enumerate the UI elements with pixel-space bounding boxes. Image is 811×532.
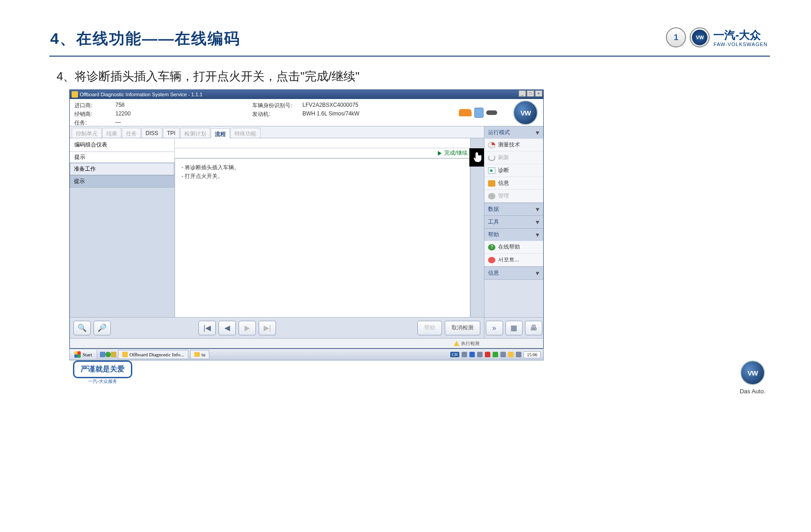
instruction-body: - 将诊断插头插入车辆。 - 打开点火开关。 — [175, 158, 470, 327]
tabs-row: 控制单元 结果 任务 DISS TPI 检测计划 流程 特殊功能 — [70, 126, 543, 138]
faw-logo-icon: 1 — [666, 27, 686, 47]
header-divider — [49, 56, 770, 57]
app-title: Offboard Diagnostic Information System S… — [80, 92, 203, 97]
vw-logo-icon — [740, 360, 765, 385]
task-value: — — [115, 119, 121, 127]
task-label: 任务: — [74, 119, 115, 127]
nav-first-button[interactable]: |◀ — [198, 321, 216, 335]
dealer-value: 12200 — [115, 110, 130, 118]
zoom-in-button[interactable]: 🔎 — [94, 321, 111, 335]
window-controls: _ □ × — [519, 90, 542, 97]
panel-subtitle: 提示 — [70, 152, 174, 163]
windows-flag-icon — [74, 351, 81, 358]
taskbar-folder[interactable]: tu — [190, 350, 210, 359]
tab-test-plan: 检测计划 — [180, 128, 210, 138]
header-col-right: 车辆身份识别号:LFV2A2BSXC4000075 发动机:BWH 1.6L S… — [248, 99, 448, 126]
tab-special: 特殊功能 — [230, 128, 260, 138]
tray-icon[interactable] — [508, 352, 514, 357]
maximize-button[interactable]: □ — [527, 90, 534, 97]
app-titlebar[interactable]: Offboard Diagnostic Information System S… — [70, 90, 543, 99]
mode-item-admin: 管理 — [484, 190, 543, 203]
tab-tpi[interactable]: TPI — [163, 128, 180, 138]
header-status-icons — [448, 99, 508, 126]
header-col-left: 进口商:758 经销商:12200 任务:— — [70, 99, 248, 126]
quick-launch-icon[interactable] — [105, 352, 111, 357]
clock[interactable]: 15:06 — [524, 351, 541, 358]
help-button[interactable]: 帮助 — [417, 321, 442, 335]
mode-item-measure[interactable]: 测量技术 — [484, 139, 543, 151]
engine-value: BWH 1.6L Simos/74kW — [302, 110, 359, 118]
mode-item-online-help[interactable]: ?在线帮助 — [484, 241, 543, 254]
mode-run-header[interactable]: 运行模式⯆ — [484, 126, 543, 139]
complete-continue-button[interactable]: 完成/继续 — [438, 149, 468, 157]
panel-title: 编码组合仪表 — [70, 138, 174, 152]
car-icon — [459, 109, 472, 116]
minimize-button[interactable]: _ — [519, 90, 526, 97]
mode-info-header[interactable]: 信息⯆ — [484, 267, 543, 279]
list-item-prepare[interactable]: 准备工作 — [70, 163, 174, 175]
tab-diss[interactable]: DISS — [141, 128, 162, 138]
help-icon: ? — [488, 244, 495, 250]
close-button[interactable]: × — [535, 90, 542, 97]
mode-item-refresh: 刷新 — [484, 151, 543, 164]
left-panel: 编码组合仪表 提示 准备工作 提示 — [70, 138, 175, 327]
tab-process[interactable]: 流程 — [211, 128, 230, 138]
start-button[interactable]: Start — [70, 350, 97, 359]
warning-icon — [454, 341, 459, 346]
windows-taskbar: Start Offboard Diagnostic Info... tu CH … — [69, 349, 544, 360]
quick-launch-icon[interactable] — [111, 352, 116, 357]
tray-icon[interactable] — [469, 352, 475, 357]
importer-value: 758 — [115, 102, 125, 110]
gauge-icon — [488, 142, 495, 148]
taskbar-app-odis[interactable]: Offboard Diagnostic Info... — [118, 350, 188, 359]
mode-help-header[interactable]: 帮助⯆ — [484, 229, 543, 241]
tray-icon[interactable] — [485, 352, 490, 357]
mode-tools-header[interactable]: 工具⯆ — [484, 216, 543, 228]
refresh-icon — [488, 155, 495, 161]
app-footer: 🔍 🔎 |◀ ◀ ▶ ▶| 帮助 取消检测 — [70, 317, 484, 338]
mode-item-info[interactable]: 信息 — [484, 177, 543, 190]
mode-panel: 运行模式⯆ 测量技术 刷新 诊断 信息 管理 数据⯆ 工具⯆ 帮助⯆ ?在线帮助… — [484, 126, 543, 338]
vw-logo-icon — [513, 100, 538, 125]
app-statusbar: 执行检测 — [70, 338, 543, 348]
mode-item-diagnosis[interactable]: 诊断 — [484, 164, 543, 177]
play-icon — [438, 151, 442, 156]
system-tray: CH 15:06 — [447, 351, 543, 358]
status-warning: 执行检测 — [454, 340, 479, 347]
slide-title: 4、在线功能——在线编码 — [50, 28, 770, 49]
zoom-out-button[interactable]: 🔍 — [73, 321, 91, 335]
right-footer-buttons: » ▦ 🖶 — [484, 317, 543, 338]
nav-prev-button[interactable]: ◀ — [218, 321, 236, 335]
grid-button[interactable]: ▦ — [505, 321, 523, 335]
center-panel: 完成/继续 - 将诊断插头插入车辆。 - 打开点火开关。 — [175, 138, 470, 327]
mode-item-support[interactable]: 서포트... — [484, 254, 543, 266]
app-body: 编码组合仪表 提示 准备工作 提示 完成/继续 - 将诊断插头插入车辆。 - 打… — [70, 138, 543, 327]
tray-icon[interactable] — [493, 352, 498, 357]
engine-label: 发动机: — [252, 110, 302, 118]
app-icon — [122, 352, 128, 357]
lang-indicator[interactable]: CH — [450, 352, 460, 357]
mode-data-header[interactable]: 数据⯆ — [484, 203, 543, 215]
brand-text: 一汽-大众 FAW-VOLKSWAGEN — [713, 28, 768, 47]
odis-app-window: Offboard Diagnostic Information System S… — [69, 89, 544, 349]
expand-button[interactable]: » — [486, 321, 503, 335]
folder-icon — [194, 352, 200, 357]
tray-icon[interactable] — [516, 352, 521, 357]
chevron-icon: ⯆ — [535, 130, 540, 135]
nav-last-button[interactable]: ▶| — [259, 321, 276, 335]
app-header: 进口商:758 经销商:12200 任务:— 车辆身份识别号:LFV2A2BSX… — [70, 99, 543, 126]
brand-logos: 1 VW 一汽-大众 FAW-VOLKSWAGEN — [666, 27, 768, 47]
vin-value: LFV2A2BSXC4000075 — [302, 102, 359, 110]
importer-label: 进口商: — [74, 102, 115, 110]
tray-icon[interactable] — [462, 352, 467, 357]
database-icon — [474, 108, 483, 118]
tray-icon[interactable] — [500, 352, 506, 357]
print-button[interactable]: 🖶 — [525, 321, 542, 335]
tray-icon[interactable] — [477, 352, 483, 357]
nav-next-button[interactable]: ▶ — [239, 321, 256, 335]
tab-control-unit: 控制单元 — [72, 128, 102, 138]
cancel-test-button[interactable]: 取消检测 — [445, 321, 480, 335]
quick-launch-icon[interactable] — [100, 352, 105, 357]
list-item-hint[interactable]: 提示 — [70, 175, 174, 188]
dasauto-logo: Das Auto. — [740, 360, 765, 395]
